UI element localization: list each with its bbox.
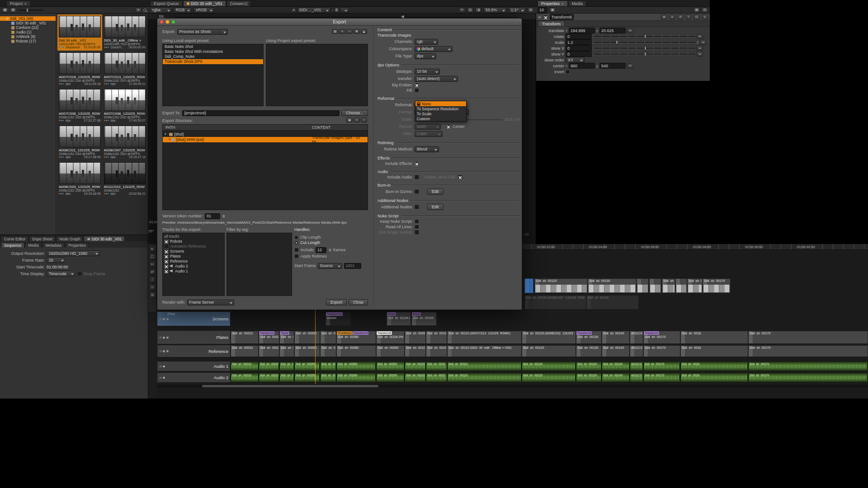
disclosure-icon[interactable]: ▾ (1, 17, 5, 20)
track-enable-icon[interactable]: ● (162, 336, 165, 339)
media-item-a008c011-131025-r0w[interactable]: A008C011_131025_R0W2048x1152 140f @25FPS… (57, 124, 102, 160)
additional-nodes-checkbox[interactable] (415, 205, 419, 209)
search-icon[interactable] (143, 9, 146, 12)
colourspace-select[interactable]: default (415, 46, 453, 52)
tab-transform[interactable]: Transform (538, 21, 565, 26)
clip-sidi-sh-000[interactable]: Sidi_sh_000 (320, 373, 336, 382)
track-checkbox[interactable] (164, 244, 169, 249)
soft-effect-tag[interactable]: Transf (280, 331, 289, 335)
clip-sidi-sh-0[interactable]: Sidi_sh_0 (279, 345, 294, 357)
dialog-titlebar[interactable]: Export (157, 19, 522, 26)
clip-sidi-sh-0010[interactable]: Sidi_sh_0010 (426, 373, 447, 382)
clip-sidi-sh-00080[interactable]: Sidi_sh_00080 (336, 345, 376, 357)
clip-sidi-sh-0010[interactable]: Sidi_sh_0010 (426, 361, 447, 371)
export-track-audio-2[interactable]: Audio 2 (163, 263, 224, 268)
clip-sidi-sh-0016[interactable]: Sidi_sh_0016 (680, 361, 748, 371)
track-menu-icon[interactable]: ≡ (159, 365, 161, 368)
clip-sidi-sh-00170[interactable]: Sidi_sh_00170 (703, 278, 731, 293)
include-effects-checkbox[interactable] (415, 161, 419, 166)
clip-length-radio[interactable] (294, 235, 298, 239)
viewer-b-clip-select[interactable] (340, 7, 349, 13)
read-all-lines-checkbox[interactable] (415, 225, 419, 229)
close-window-button[interactable] (160, 20, 164, 24)
preset-basic-nuke-shot-with-annotations[interactable]: Basic Nuke Shot With Annotations (163, 49, 263, 54)
clip-sidi-sh-00130[interactable]: Sidi_sh_00130 (586, 295, 639, 310)
menu-item-to-scale[interactable]: To Scale (415, 111, 466, 116)
clip-sidi-sh-00090[interactable]: Sidi_sh_00090 (405, 331, 426, 344)
version-input[interactable]: 01 (205, 213, 220, 219)
tab-project[interactable]: Project× (6, 0, 31, 6)
clip-sidi-sh-00120-a008c011-131025-r0wk[interactable]: Sidi_sh_00120 (A008C011_131025_R0WK) (522, 331, 576, 344)
clip-sidi-sh-00100[interactable]: Drop2Sidi_sh_00100 (411, 312, 437, 326)
node-name-field[interactable]: Transform5 (550, 14, 574, 20)
zoom-select[interactable]: 56.8% (483, 7, 507, 13)
track-menu-icon[interactable]: ≡ (159, 376, 161, 380)
clip-sidi-sh-00170[interactable]: Sidi_sh_00170 (643, 373, 680, 382)
scale-slider[interactable] (593, 40, 695, 44)
animation-menu-icon[interactable]: ≈ (697, 46, 703, 51)
export-button[interactable]: Export (326, 299, 347, 305)
soft-effect-tag[interactable]: Transform6 (576, 331, 592, 335)
viewer-colorspace-select[interactable]: sRGB (193, 7, 214, 13)
tag-filter-list[interactable] (226, 233, 292, 296)
clip-sidi-sh-00100[interactable]: Sidi_sh_00100 (405, 361, 426, 371)
clip-sidi-sh-0016[interactable]: Sidi_sh_0016 (680, 345, 748, 357)
clip-sidi-sh-00080[interactable]: Sidi_sh_00080 (336, 361, 376, 371)
clip-sidi-sh-00120[interactable]: Sidi_sh_00120 (522, 361, 576, 371)
animation-menu-icon[interactable]: ≈ (627, 28, 633, 33)
clip-sidi-sh-0[interactable]: Sidi_sh_0 (279, 373, 294, 382)
skew-x-slider[interactable] (593, 46, 695, 50)
thumbnail-size-slider[interactable] (18, 9, 43, 11)
invert-checkbox[interactable] (566, 70, 570, 74)
media-item-a011c010-131025-r0w[interactable]: A011C010_131025_R0W2048x1152dpx20:52:56:… (103, 161, 147, 197)
slip-tool-icon[interactable]: ⇄ (149, 268, 156, 275)
export-track-robots[interactable]: Robots (163, 239, 224, 244)
clip-sidi-sh-00170[interactable]: Sidi_sh_00170 (748, 373, 868, 382)
clip-segment[interactable] (675, 278, 687, 293)
load-preset-icon[interactable]: ▲ (361, 29, 367, 34)
track-header-plates[interactable]: ≡●▣Plates (157, 330, 231, 344)
content-column-header[interactable]: CONTENT (312, 125, 330, 130)
clip-sidi-sh-00110-sidi-30-edit-offline-v02[interactable]: Sidi_sh_00110 (SIDI_30_edit _Offline > V… (447, 345, 522, 357)
burn-in-checkbox[interactable] (415, 189, 419, 194)
clip-sidi-sh-00120-a008c007-131025-r0w[interactable]: Sidi_sh_00120 (A008C007_131025_R0W (524, 295, 586, 310)
track-lock-icon[interactable]: ▣ (166, 349, 169, 353)
rotate-input[interactable]: 0 (566, 33, 592, 39)
clip-sidi-sh-0016[interactable]: Sidi_sh_0016 (680, 373, 748, 382)
additional-nodes-edit-button[interactable]: Edit (427, 204, 443, 210)
project-preset-list[interactable] (266, 44, 368, 106)
center-y-input[interactable]: 540 (599, 63, 626, 69)
delete-wav-checkbox[interactable] (458, 175, 462, 179)
viewer-a-clip-select[interactable]: SIDI ..._V01 (297, 7, 330, 13)
clip-sidi-sh-00050[interactable]: Sidi_sh_00050 (294, 345, 320, 357)
clip-a011c0[interactable]: A011C0 (630, 361, 643, 371)
clip-sidi-sh-00120[interactable]: Sidi_sh_00120 (522, 345, 576, 357)
clip-sidi-sh-00130[interactable]: Transform6Sidi_sh_00130 (576, 331, 602, 344)
export-to-input[interactable]: {projectroot} (182, 110, 340, 116)
menu-item-none[interactable]: None (415, 101, 466, 106)
clip-sidi-sh-00140[interactable]: Sidi_sh_00140 (602, 361, 630, 371)
clip-sidi-sh-00050[interactable]: Sidi_sh_00050 (294, 373, 320, 382)
collapse-panels-icon[interactable]: ⊟ (702, 8, 708, 13)
clip-sidi-sh-0[interactable]: TransfSidi_sh_0 (279, 331, 294, 344)
bin-item-audio-1[interactable]: Audio (1) (0, 30, 56, 34)
clip-sidi-sh-00120[interactable]: Sidi_sh_00120 (522, 373, 576, 382)
track-checkbox[interactable] (164, 249, 169, 253)
handle-frames-spinner[interactable] (329, 249, 331, 252)
clip-sidi-sh-00090[interactable]: Sidi_sh_00090 (376, 373, 405, 382)
sub-tab-media[interactable]: Media (25, 242, 42, 248)
node-menu-icon[interactable]: ≡ (538, 15, 542, 19)
track-checkbox[interactable] (164, 254, 169, 258)
soft-effect-tag[interactable]: Transform1 (259, 331, 274, 335)
track-header-reference[interactable]: ≡●▣Reference (157, 345, 231, 357)
float-panel-icon[interactable]: ⊡ (693, 14, 700, 19)
big-endian-checkbox[interactable] (415, 83, 419, 87)
retime-tool-icon[interactable]: ≈ (149, 284, 156, 290)
speaker-icon[interactable] (163, 376, 165, 379)
keep-nuke-script-checkbox[interactable] (415, 219, 419, 224)
delete-preset-icon[interactable]: − (346, 29, 353, 34)
track-header-audio-2[interactable]: ≡Audio 2 (157, 372, 231, 383)
export-track-animation-reference[interactable]: Animation Reference (163, 244, 224, 249)
clip-sidi-sh-00170[interactable]: Sidi_sh_00170 (748, 331, 868, 344)
disclosure-icon[interactable]: ▾ (165, 132, 168, 136)
